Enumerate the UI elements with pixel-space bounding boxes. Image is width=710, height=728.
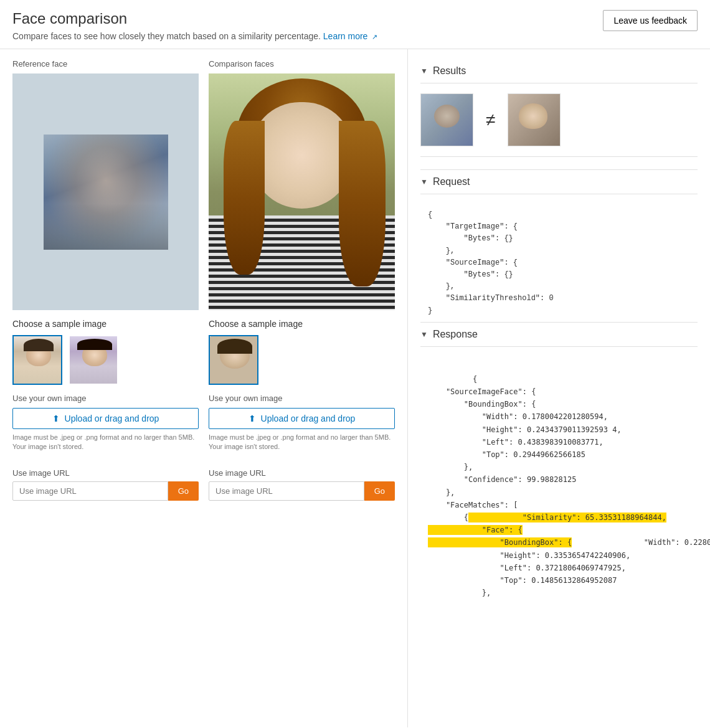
reference-url-section: Use image URL Go <box>12 468 199 501</box>
comparison-url-row: Go <box>209 481 395 501</box>
reference-upload-hint: Image must be .jpeg or .png format and n… <box>12 433 199 452</box>
comparison-image-preview <box>209 73 395 310</box>
reference-sample-1[interactable] <box>12 335 62 385</box>
face-layer <box>250 102 354 209</box>
reference-url-go-button[interactable]: Go <box>168 481 199 501</box>
hair-left <box>224 121 265 275</box>
result-face1 <box>420 93 473 146</box>
comparison-url-section: Use image URL Go <box>209 468 395 501</box>
comparison-column: Comparison faces <box>209 59 395 501</box>
reference-image-preview <box>12 73 199 310</box>
page-header: Face comparison Compare faces to see how… <box>0 0 710 49</box>
comparison-upload-label: Use your own image <box>209 394 395 403</box>
comparison-sample-1[interactable] <box>209 335 258 385</box>
person1-thumb <box>14 336 62 385</box>
page-title: Face comparison <box>12 10 377 27</box>
comparison-sample-section: Choose a sample image <box>209 319 395 385</box>
response-code: { "SourceImageFace": { "BoundingBox": { … <box>420 357 698 617</box>
header-left: Face comparison Compare faces to see how… <box>12 10 377 41</box>
image-columns: Reference face Choose a sample image <box>12 59 395 501</box>
results-section: ▼ Results ≠ ▼ Request { <box>420 59 698 617</box>
comparison-upload-button[interactable]: ⬆ Upload or drag and drop <box>209 408 395 429</box>
reference-upload-button[interactable]: ⬆ Upload or drag and drop <box>12 408 199 429</box>
results-header[interactable]: ▼ Results <box>420 59 698 83</box>
request-code: { "TargetImage": { "Bytes": {} }, "Sourc… <box>420 204 698 322</box>
comparison-face-image <box>209 73 395 310</box>
person3-thumb <box>210 336 258 385</box>
comparison-label: Comparison faces <box>209 59 395 69</box>
feedback-button[interactable]: Leave us feedback <box>603 10 698 31</box>
left-panel: Reference face Choose a sample image <box>0 49 408 727</box>
result-face2 <box>508 93 561 146</box>
reference-url-row: Go <box>12 481 199 501</box>
reference-sample-section: Choose a sample image <box>12 319 199 385</box>
result-face1-image <box>421 94 473 146</box>
person2-thumb <box>70 336 118 385</box>
comparison-upload-hint: Image must be .jpeg or .png format and n… <box>209 433 395 452</box>
request-title: Request <box>433 176 470 187</box>
reference-sample-images <box>12 335 199 385</box>
reference-label: Reference face <box>12 59 199 69</box>
result-face2-image <box>508 94 560 146</box>
upload-icon: ⬆ <box>52 414 60 423</box>
request-header[interactable]: ▼ Request <box>420 170 698 194</box>
right-panel: ▼ Results ≠ ▼ Request { <box>408 49 710 727</box>
response-code-before: { "SourceImageFace": { "BoundingBox": { … <box>428 375 622 522</box>
comparison-url-label: Use image URL <box>209 468 395 478</box>
reference-upload-label: Use your own image <box>12 394 199 403</box>
face-comparison-result: ≠ <box>420 93 698 157</box>
comparison-url-go-button[interactable]: Go <box>364 481 395 501</box>
results-collapse-icon: ▼ <box>420 67 428 75</box>
comparison-sample-label: Choose a sample image <box>209 319 395 329</box>
not-equal-symbol: ≠ <box>486 110 495 130</box>
reference-sample-2[interactable] <box>69 335 118 385</box>
comparison-sample-images <box>209 335 395 385</box>
page-description: Compare faces to see how closely they ma… <box>12 31 377 41</box>
response-section: ▼ Response { "SourceImageFace": { "Bound… <box>420 323 698 617</box>
reference-url-input[interactable] <box>12 481 168 501</box>
reference-sample-label: Choose a sample image <box>12 319 199 329</box>
learn-more-link[interactable]: Learn more ↗ <box>323 31 377 41</box>
external-link-icon: ↗ <box>372 33 377 40</box>
response-header[interactable]: ▼ Response <box>420 323 698 347</box>
response-collapse-icon: ▼ <box>420 330 428 339</box>
main-content: Reference face Choose a sample image <box>0 49 710 727</box>
upload-icon-2: ⬆ <box>249 414 256 423</box>
reference-face-image <box>44 135 168 250</box>
reference-column: Reference face Choose a sample image <box>12 59 199 501</box>
comparison-url-input[interactable] <box>209 481 364 501</box>
reference-upload-section: Use your own image ⬆ Upload or drag and … <box>12 394 199 452</box>
request-collapse-icon: ▼ <box>420 177 428 186</box>
request-section: ▼ Request { "TargetImage": { "Bytes": {}… <box>420 170 698 322</box>
comparison-upload-section: Use your own image ⬆ Upload or drag and … <box>209 394 395 452</box>
response-title: Response <box>433 329 478 340</box>
reference-url-label: Use image URL <box>12 468 199 478</box>
hair-right <box>339 121 386 286</box>
results-title: Results <box>433 65 466 77</box>
